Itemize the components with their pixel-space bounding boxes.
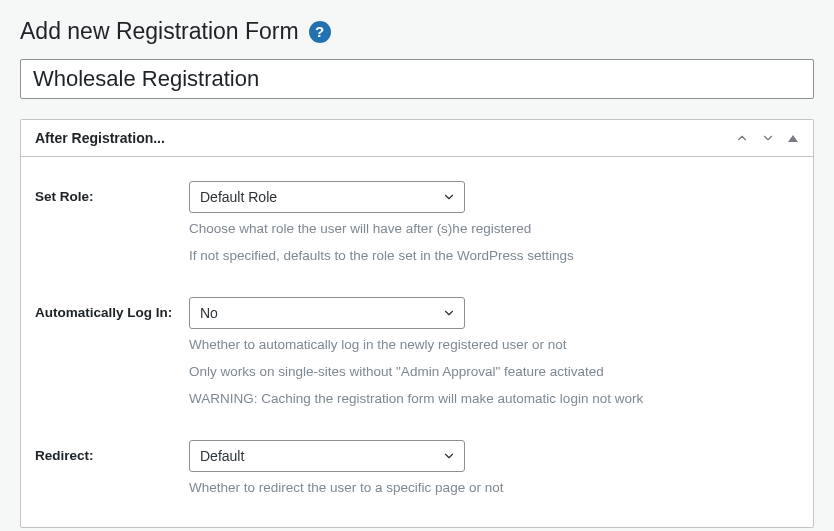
- move-up-icon[interactable]: [735, 131, 749, 145]
- after-registration-panel: After Registration... Set Role: Default: [20, 119, 814, 528]
- field-set-role: Set Role: Default Role Choose what role …: [35, 181, 799, 267]
- auto-login-help-1: Whether to automatically log in the newl…: [189, 335, 799, 356]
- set-role-help-1: Choose what role the user will have afte…: [189, 219, 799, 240]
- collapse-icon[interactable]: [787, 132, 799, 144]
- help-icon[interactable]: ?: [309, 21, 331, 43]
- field-redirect: Redirect: Default Whether to redirect th…: [35, 440, 799, 499]
- panel-header-title: After Registration...: [35, 130, 165, 146]
- page-title: Add new Registration Form ?: [20, 18, 814, 45]
- move-down-icon[interactable]: [761, 131, 775, 145]
- auto-login-label: Automatically Log In:: [35, 297, 189, 320]
- field-auto-login: Automatically Log In: No Whether to auto…: [35, 297, 799, 410]
- redirect-label: Redirect:: [35, 440, 189, 463]
- auto-login-help-3: WARNING: Caching the registration form w…: [189, 389, 799, 410]
- set-role-select[interactable]: Default Role: [189, 181, 465, 213]
- redirect-help-1: Whether to redirect the user to a specif…: [189, 478, 799, 499]
- panel-controls: [735, 131, 799, 145]
- page-title-text: Add new Registration Form: [20, 18, 299, 45]
- redirect-select[interactable]: Default: [189, 440, 465, 472]
- panel-body: Set Role: Default Role Choose what role …: [21, 157, 813, 527]
- set-role-label: Set Role:: [35, 181, 189, 204]
- set-role-help-2: If not specified, defaults to the role s…: [189, 246, 799, 267]
- form-title-input[interactable]: [20, 59, 814, 99]
- auto-login-select[interactable]: No: [189, 297, 465, 329]
- auto-login-help-2: Only works on single-sites without "Admi…: [189, 362, 799, 383]
- panel-header[interactable]: After Registration...: [21, 120, 813, 157]
